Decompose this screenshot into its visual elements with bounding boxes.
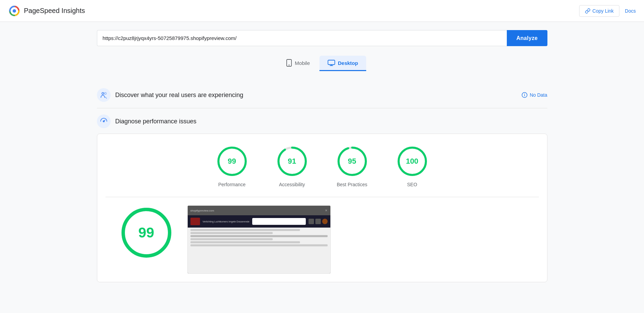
mock-bar-6: [190, 244, 328, 246]
big-score-number: 99: [138, 224, 154, 241]
score-number-best-practices: 95: [348, 157, 356, 166]
score-gauge-performance: 99: [216, 145, 248, 178]
mock-bar-1: [190, 229, 300, 231]
score-number-performance: 99: [228, 157, 236, 166]
copy-link-label: Copy Link: [592, 8, 614, 14]
score-item-accessibility: 91 Accessibility: [276, 145, 309, 187]
diagnose-icon-circle: [97, 114, 111, 128]
desktop-icon: [328, 60, 335, 66]
mock-content: [188, 228, 330, 273]
logo-area: PageSpeed Insights: [8, 5, 85, 17]
mobile-icon: [286, 59, 292, 67]
score-number-seo: 100: [406, 157, 418, 166]
svg-point-8: [104, 93, 106, 95]
card-divider: [105, 197, 539, 197]
link-icon: [585, 8, 590, 14]
mock-bar-4: [190, 238, 273, 240]
analyze-button[interactable]: Analyze: [507, 30, 547, 46]
mock-nav-icons: [309, 219, 328, 224]
header-actions: Copy Link Docs: [579, 5, 636, 17]
tab-desktop[interactable]: Desktop: [319, 56, 366, 71]
big-gauge: 99: [119, 205, 174, 260]
url-input[interactable]: [97, 30, 507, 46]
copy-link-button[interactable]: Copy Link: [579, 5, 619, 17]
mock-url-text: shopifypreview.com: [190, 209, 324, 212]
score-label-performance: Performance: [218, 182, 245, 187]
tab-desktop-label: Desktop: [338, 60, 358, 66]
diagnose-title: Diagnose performance issues: [115, 118, 197, 125]
mock-nav-links: Verlichting Luchtkomers Imgete Dosserend…: [203, 220, 249, 223]
mock-nav-area: Verlichting Luchtkomers Imgete Dosserend…: [188, 215, 330, 228]
mock-bar-2: [190, 232, 273, 234]
mock-bar-5: [190, 241, 300, 243]
svg-rect-4: [328, 60, 335, 65]
mock-nav-search: [252, 218, 306, 225]
pagespeed-logo-icon: [8, 5, 20, 17]
svg-point-13: [103, 121, 104, 122]
no-data-label: No Data: [530, 92, 547, 98]
tab-mobile[interactable]: Mobile: [278, 56, 318, 71]
score-label-best-practices: Best Practices: [337, 182, 367, 187]
score-card: 99 Performance 91 Accessibility: [97, 134, 547, 282]
mock-icon-1: [309, 219, 314, 224]
score-gauge-seo: 100: [396, 145, 429, 178]
mock-icon-2: [315, 219, 321, 224]
mock-nav-logo: [190, 218, 200, 225]
tab-mobile-label: Mobile: [295, 60, 310, 66]
section-left: Discover what your real users are experi…: [97, 88, 243, 102]
score-item-seo: 100 SEO: [396, 145, 429, 187]
mock-close: ✕: [325, 209, 328, 212]
url-bar-row: Analyze: [97, 30, 547, 46]
mock-icon-3: [322, 219, 328, 224]
people-icon: [100, 91, 108, 99]
score-label-seo: SEO: [407, 182, 417, 187]
score-label-accessibility: Accessibility: [279, 182, 305, 187]
mock-browser-bar: shopifypreview.com ✕: [188, 206, 330, 215]
no-data-button[interactable]: No Data: [521, 92, 547, 98]
speedometer-icon: [100, 118, 108, 125]
big-score-area: 99: [119, 205, 174, 260]
bottom-preview: 99 shopifypreview.com ✕ Verlichting Luch…: [105, 205, 539, 274]
score-item-best-practices: 95 Best Practices: [336, 145, 369, 187]
score-number-accessibility: 91: [288, 157, 296, 166]
logo-text: PageSpeed Insights: [24, 7, 85, 15]
mock-bar-3: [190, 235, 328, 237]
screenshot-preview: shopifypreview.com ✕ Verlichting Luchtko…: [187, 205, 331, 274]
screenshot-mock: shopifypreview.com ✕ Verlichting Luchtko…: [188, 206, 330, 273]
diagnose-row: Diagnose performance issues: [97, 108, 547, 134]
scores-row: 99 Performance 91 Accessibility: [105, 145, 539, 187]
score-item-performance: 99 Performance: [216, 145, 248, 187]
real-users-section: Discover what your real users are experi…: [97, 82, 547, 108]
docs-button[interactable]: Docs: [625, 8, 636, 14]
main-content: Analyze Mobile Desktop: [83, 22, 561, 290]
score-gauge-accessibility: 91: [276, 145, 309, 178]
score-gauge-best-practices: 95: [336, 145, 369, 178]
svg-point-1: [13, 9, 16, 13]
real-users-icon-circle: [97, 88, 111, 102]
info-icon: [521, 92, 528, 98]
device-tabs: Mobile Desktop: [97, 56, 547, 71]
real-users-title: Discover what your real users are experi…: [115, 92, 243, 99]
svg-point-7: [102, 93, 104, 95]
header: PageSpeed Insights Copy Link Docs: [0, 0, 644, 22]
